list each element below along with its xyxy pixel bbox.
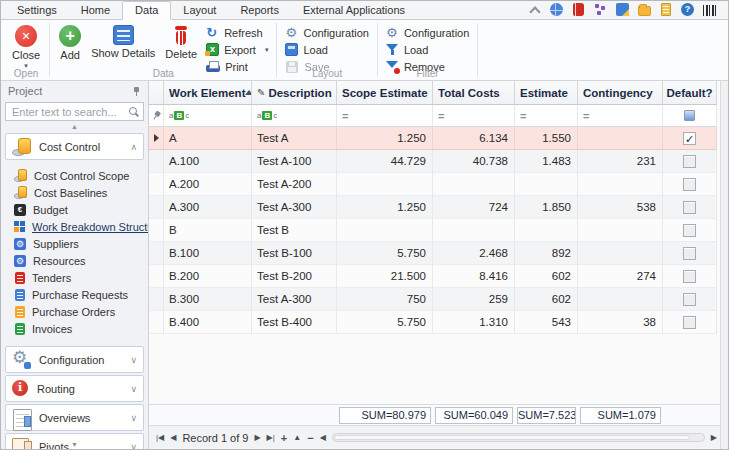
checkbox-unchecked-icon[interactable]: [683, 247, 696, 260]
append-record-button[interactable]: [278, 432, 290, 444]
sidebar-item-purchase-requests[interactable]: Purchase Requests: [1, 286, 148, 303]
help-icon[interactable]: [681, 3, 694, 16]
cell-estimate[interactable]: 543: [515, 311, 578, 334]
sidebar-item-work-breakdown-structure[interactable]: Work Breakdown Structure: [1, 218, 148, 235]
text-filter-icon[interactable]: aBc: [257, 111, 277, 120]
hscroll-right-arrow[interactable]: [708, 433, 720, 442]
equals-filter-icon[interactable]: [583, 110, 589, 122]
table-row[interactable]: ATest A1.2506.1341.550: [149, 127, 720, 150]
cell-default[interactable]: [663, 242, 717, 265]
sidebar-group-cost-control[interactable]: Cost Control: [5, 133, 144, 160]
refresh-button[interactable]: Refresh: [202, 25, 272, 40]
cell-work-element[interactable]: A.200: [164, 173, 252, 196]
cell-estimate[interactable]: 1.850: [515, 196, 578, 219]
cell-estimate[interactable]: 602: [515, 265, 578, 288]
cell-total-costs[interactable]: 40.738: [433, 150, 515, 173]
sidebar-item-resources[interactable]: Resources: [1, 252, 148, 269]
cell-estimate[interactable]: 1.483: [515, 150, 578, 173]
tab-data[interactable]: Data: [122, 1, 171, 20]
cell-work-element[interactable]: B.200: [164, 265, 252, 288]
cell-description[interactable]: Test A-300: [252, 288, 337, 311]
cell-work-element[interactable]: A.300: [164, 196, 252, 219]
cell-work-element[interactable]: B.100: [164, 242, 252, 265]
folder-icon[interactable]: [638, 6, 651, 16]
table-row[interactable]: A.100Test A-10044.72940.7381.483231: [149, 150, 720, 173]
sidebar-group-overviews[interactable]: Overviews: [5, 404, 144, 431]
cell-total-costs[interactable]: 2.468: [433, 242, 515, 265]
tab-reports[interactable]: Reports: [228, 2, 291, 19]
first-record-button[interactable]: [153, 433, 167, 442]
sidebar-item-cost-baselines[interactable]: Cost Baselines: [1, 184, 148, 201]
horizontal-scrollbar[interactable]: [332, 433, 705, 442]
cell-total-costs[interactable]: [433, 219, 515, 242]
cell-contingency[interactable]: 274: [578, 265, 663, 288]
table-row[interactable]: B.300Test A-300750259602: [149, 288, 720, 311]
checkbox-unchecked-icon[interactable]: [683, 270, 696, 283]
cell-description[interactable]: Test B: [252, 219, 337, 242]
document-icon[interactable]: [661, 3, 671, 16]
cell-work-element[interactable]: A.100: [164, 150, 252, 173]
scroll-up-indicator[interactable]: ▲: [1, 123, 148, 131]
scroll-down-indicator[interactable]: ▼: [1, 441, 148, 448]
filter-configuration-button[interactable]: Configuration: [382, 25, 473, 40]
sidebar-item-purchase-orders[interactable]: Purchase Orders: [1, 303, 148, 320]
column-header-total-costs[interactable]: Total Costs: [433, 81, 515, 105]
tab-layout[interactable]: Layout: [171, 2, 228, 19]
export-button[interactable]: Export ▾: [202, 42, 272, 57]
search-input[interactable]: [10, 105, 128, 119]
sidebar-item-suppliers[interactable]: Suppliers: [1, 235, 148, 252]
cell-contingency[interactable]: 38: [578, 311, 663, 334]
checkbox-unchecked-icon[interactable]: [683, 178, 696, 191]
equals-filter-icon[interactable]: [342, 110, 348, 122]
filter-cell-description[interactable]: aBc: [252, 105, 337, 127]
tab-external-applications[interactable]: External Applications: [291, 2, 417, 19]
cell-default[interactable]: [663, 196, 717, 219]
equals-filter-icon[interactable]: [438, 110, 444, 122]
table-row[interactable]: B.400Test B-4005.7501.31054338: [149, 311, 720, 334]
sidebar-item-cost-control-scope[interactable]: Cost Control Scope: [1, 167, 148, 184]
column-header-work-element[interactable]: Work Element: [164, 81, 252, 105]
cell-description[interactable]: Test A: [252, 127, 337, 150]
cell-default[interactable]: [663, 127, 717, 150]
cell-scope-estimate[interactable]: 1.250: [337, 196, 433, 219]
cell-total-costs[interactable]: 724: [433, 196, 515, 219]
cell-default[interactable]: [663, 219, 717, 242]
previous-record-button[interactable]: [167, 433, 179, 442]
cell-work-element[interactable]: B.400: [164, 311, 252, 334]
cell-scope-estimate[interactable]: 750: [337, 288, 433, 311]
cell-default[interactable]: [663, 265, 717, 288]
hscroll-left-arrow[interactable]: [317, 433, 329, 442]
delete-record-button[interactable]: [304, 432, 316, 444]
column-header-estimate[interactable]: Estimate: [515, 81, 578, 105]
layout-configuration-button[interactable]: Configuration: [281, 25, 372, 40]
cell-total-costs[interactable]: 8.416: [433, 265, 515, 288]
cell-contingency[interactable]: 231: [578, 150, 663, 173]
globe-icon[interactable]: [550, 3, 563, 16]
table-row[interactable]: A.300Test A-3001.2507241.850538: [149, 196, 720, 219]
cell-contingency[interactable]: [578, 219, 663, 242]
table-row[interactable]: B.200Test B-20021.5008.416602274: [149, 265, 720, 288]
edit-icon[interactable]: [616, 3, 629, 16]
cell-scope-estimate[interactable]: 21.500: [337, 265, 433, 288]
barcode-icon[interactable]: [703, 5, 718, 16]
checkbox-unchecked-icon[interactable]: [683, 201, 696, 214]
cell-default[interactable]: [663, 150, 717, 173]
book-icon[interactable]: [573, 3, 584, 16]
cell-description[interactable]: Test B-400: [252, 311, 337, 334]
table-row[interactable]: A.200Test A-200: [149, 173, 720, 196]
search-box[interactable]: [5, 102, 144, 121]
column-header-scope-estimate[interactable]: Scope Estimate: [337, 81, 433, 105]
checkbox-unchecked-icon[interactable]: [683, 155, 696, 168]
filter-cell-contingency[interactable]: [578, 105, 663, 127]
equals-filter-icon[interactable]: [520, 110, 526, 122]
checkbox-unchecked-icon[interactable]: [683, 316, 696, 329]
sidebar-item-tenders[interactable]: Tenders: [1, 269, 148, 286]
cell-default[interactable]: [663, 173, 717, 196]
cell-estimate[interactable]: [515, 173, 578, 196]
share-icon[interactable]: [594, 3, 607, 16]
cell-scope-estimate[interactable]: 5.750: [337, 242, 433, 265]
cell-estimate[interactable]: 602: [515, 288, 578, 311]
cell-contingency[interactable]: [578, 173, 663, 196]
cell-default[interactable]: [663, 288, 717, 311]
collapse-ribbon-icon[interactable]: [528, 3, 541, 16]
